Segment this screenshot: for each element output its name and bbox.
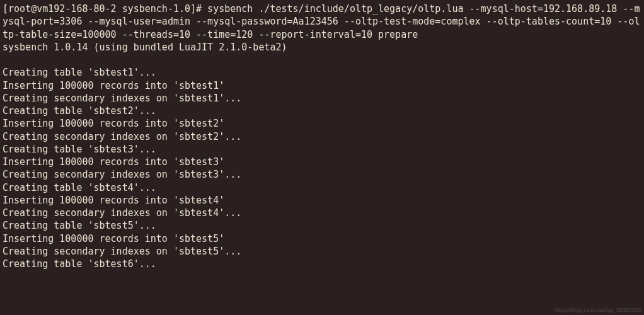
terminal-output[interactable]: [root@vm192-168-80-2 sysbench-1.0]# sysb… [3, 3, 641, 270]
shell-prompt: [root@vm192-168-80-2 sysbench-1.0]# [3, 3, 207, 14]
output-line: Inserting 100000 records into 'sbtest2' [3, 118, 224, 129]
output-line: Creating secondary indexes on 'sbtest3'.… [3, 169, 241, 180]
watermark: https://blog.csdn.net/qq_36357820 [555, 306, 641, 314]
output-line: Inserting 100000 records into 'sbtest3' [3, 156, 224, 168]
output-line: Creating secondary indexes on 'sbtest5'.… [3, 246, 241, 257]
output-line: Inserting 100000 records into 'sbtest4' [3, 195, 224, 206]
version-line: sysbench 1.0.14 (using bundled LuaJIT 2.… [3, 42, 287, 53]
output-line: Creating table 'sbtest4'... [3, 182, 156, 193]
output-line: Creating table 'sbtest3'... [3, 144, 156, 155]
output-line: Inserting 100000 records into 'sbtest5' [3, 233, 224, 244]
blank-line [3, 54, 641, 66]
output-line: Creating secondary indexes on 'sbtest4'.… [3, 207, 241, 219]
output-line: Creating table 'sbtest1'... [3, 67, 156, 78]
output-line: Creating table 'sbtest6'... [3, 258, 156, 270]
output-line: Creating table 'sbtest5'... [3, 220, 156, 231]
output-line: Creating table 'sbtest2'... [3, 105, 156, 117]
output-line: Inserting 100000 records into 'sbtest1' [3, 80, 224, 91]
output-line: Creating secondary indexes on 'sbtest1'.… [3, 93, 241, 104]
output-line: Creating secondary indexes on 'sbtest2'.… [3, 131, 241, 142]
